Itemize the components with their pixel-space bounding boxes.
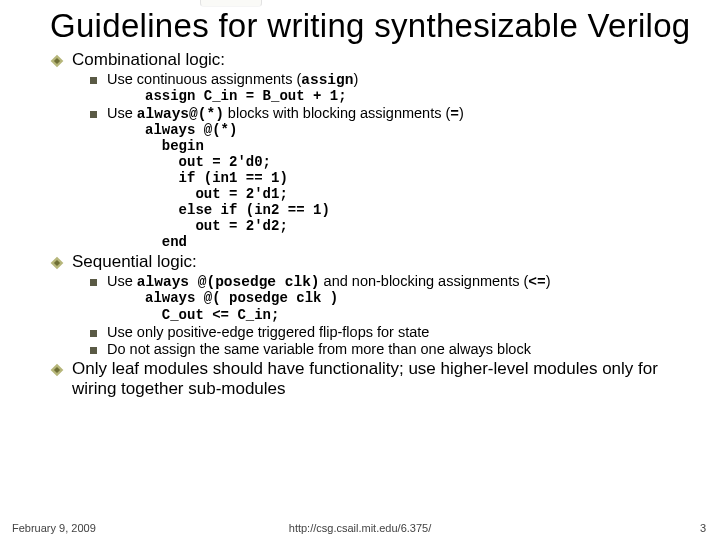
square-icon [90,330,97,337]
square-icon [90,77,97,84]
footer-page: 3 [700,522,706,534]
code-always-comb: always @(*) begin out = 2'd0; if (in1 ==… [145,122,692,251]
square-icon [90,347,97,354]
bullet-posedge: Use always @(posedge clk) and non-blocki… [90,273,692,290]
diamond-icon [50,256,64,270]
slide: Guidelines for writing synthesizable Ver… [0,0,720,540]
diamond-icon [50,54,64,68]
bullet-text: Use always@(*) blocks with blocking assi… [107,105,464,122]
bullet-always-block: Use always@(*) blocks with blocking assi… [90,105,692,122]
bullet-text: Do not assign the same variable from mor… [107,341,531,357]
bullet-no-multi-assign: Do not assign the same variable from mor… [90,341,692,357]
square-icon [90,279,97,286]
square-icon [90,111,97,118]
section-heading: Combinational logic: [72,50,225,70]
section-heading: Sequential logic: [72,252,197,272]
bullet-text: Use only positive-edge triggered flip-fl… [107,324,429,340]
diamond-icon [50,363,64,377]
decorative-tab [200,0,262,7]
code-always-seq: always @( posedge clk ) C_out <= C_in; [145,290,692,322]
section-text: Only leaf modules should have functional… [72,359,692,399]
section-combinational: Combinational logic: [50,50,692,70]
slide-title: Guidelines for writing synthesizable Ver… [50,8,692,44]
bullet-posedge-ff: Use only positive-edge triggered flip-fl… [90,324,692,340]
section-sequential: Sequential logic: [50,252,692,272]
bullet-text: Use continuous assignments (assign) [107,71,358,88]
bullet-continuous-assign: Use continuous assignments (assign) [90,71,692,88]
section-leaf-modules: Only leaf modules should have functional… [50,359,692,399]
code-assign: assign C_in = B_out + 1; [145,88,692,104]
footer-url: http://csg.csail.mit.edu/6.375/ [0,522,720,534]
bullet-text: Use always @(posedge clk) and non-blocki… [107,273,551,290]
